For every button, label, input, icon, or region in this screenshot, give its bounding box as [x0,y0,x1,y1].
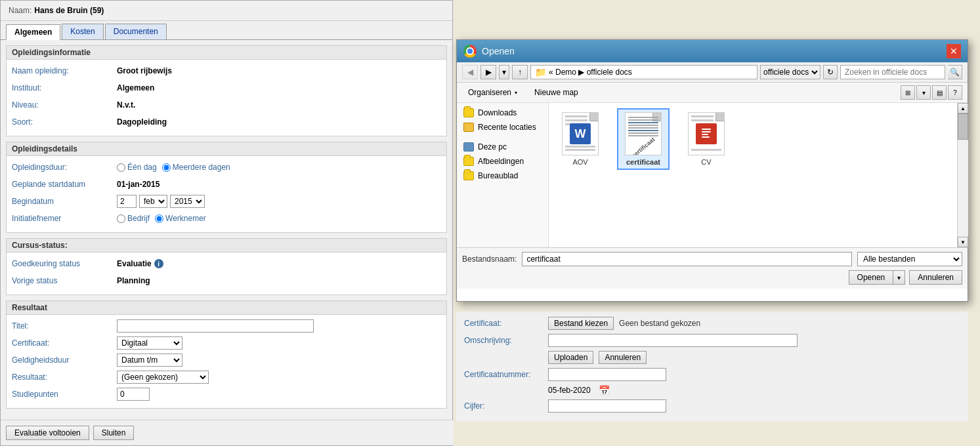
tab-kosten[interactable]: Kosten [62,24,103,39]
open-btn-arrow[interactable]: ▾ [893,270,905,285]
address-path-text: « Demo ▶ officiele docs [549,68,632,77]
nav-item-afbeeldingen[interactable]: Afbeeldingen [457,154,548,169]
select-certificaat[interactable]: Digitaal [117,336,182,350]
annuleren-button[interactable]: Annuleren [599,351,647,364]
section-body-resultaat: Titel: Certificaat: Digitaal Geldigheids… [7,315,446,408]
svg-rect-3 [702,136,710,138]
file-name-aov: AOV [572,158,587,166]
search-button[interactable]: 🔍 [948,65,962,79]
label-certificaat-type: Certificaat: [12,338,117,348]
dialog-nav: Downloads Recente locaties Deze pc Afbee… [457,103,549,247]
field-geldigheidsduur: Geldigheidsduur Datum t/m [12,353,441,367]
radio-duur: Één dag Meerdere dagen [117,163,230,172]
view-btn-pane[interactable]: ▤ [932,85,947,100]
scroll-up-arrow[interactable]: ▲ [958,103,968,113]
open-btn-group: Openen ▾ [849,270,906,285]
organiseren-chevron: ▾ [515,90,517,96]
nav-dropdown-button[interactable]: ▾ [499,65,509,79]
label-vorige-status: Vorige status [12,276,117,285]
section-opleidingsinformatie: Opleidingsinformatie Naam opleiding: Gro… [6,45,447,136]
refresh-button[interactable]: ↻ [823,65,838,79]
begindatum-day-input[interactable] [117,195,137,208]
select-resultaat[interactable]: (Geen gekozen) [117,371,209,384]
dialog-filename-row: Bestandsnaam: Alle bestanden [462,252,962,266]
dialog-scrollbar[interactable]: ▲ ▼ [957,103,968,247]
rf-label-cijfer: Cijfer: [464,401,543,411]
radio-bedrijf[interactable]: Bedrijf [117,214,150,223]
file-item-cv[interactable]: CV [680,108,733,170]
cv-badge [696,123,717,144]
view-buttons: ⊞ ▾ ▤ ? [901,85,962,100]
nav-item-downloads[interactable]: Downloads [457,106,548,120]
search-input[interactable] [840,65,945,79]
upload-button[interactable]: Uploaden [548,351,593,364]
dialog-addressbar: ◀ ▶ ▾ ↑ 📁 « Demo ▶ officiele docs offici… [457,62,968,83]
nieuwe-map-button[interactable]: Nieuwe map [528,86,584,99]
open-button[interactable]: Openen [849,270,894,285]
radio-meerdere-dagen[interactable]: Meerdere dagen [162,163,230,172]
section-title-resultaat: Resultaat [7,301,446,315]
cancel-button[interactable]: Annuleren [909,270,962,285]
radio-initiatiefnemer: Bedrijf Werknemer [117,214,206,223]
evaluatie-voltooien-button[interactable]: Evaluatie voltooien [6,426,89,440]
nav-back-button[interactable]: ◀ [462,65,478,79]
scroll-track: ▲ ▼ [958,103,968,247]
radio-meerdere-dagen-input[interactable] [162,163,171,172]
label-studiepunten: Studiepunten [12,390,117,399]
input-cijfer[interactable] [548,399,666,413]
begindatum-month-select[interactable]: feb [139,195,167,208]
nav-up-button[interactable]: ↑ [512,65,528,79]
filetype-select[interactable]: Alle bestanden [857,252,962,266]
person-name: Hans de Bruin (59) [34,6,104,15]
radio-een-dag[interactable]: Één dag [117,163,157,172]
scroll-thumb[interactable] [958,113,968,140]
field-studiepunten: Studiepunten [12,387,441,401]
value-soort: Dagopleiding [117,117,167,127]
recente-folder-icon [463,123,474,132]
filename-input[interactable] [522,252,852,266]
radio-werknemer[interactable]: Werknemer [155,214,206,223]
tab-algemeen[interactable]: Algemeen [6,24,60,40]
tab-documenten[interactable]: Documenten [105,24,167,39]
begindatum-year-select[interactable]: 2015 [170,195,205,208]
calendar-icon[interactable]: 📅 [599,385,610,395]
file-item-certificaat[interactable]: certificaat certificaat [617,108,670,170]
field-geplande-startdatum: Geplande startdatum 01-jan-2015 [12,177,441,192]
date-value: 05-feb-2020 [548,386,591,395]
file-name-certificaat: certificaat [626,158,660,166]
input-titel[interactable] [117,319,314,333]
nav-item-recente[interactable]: Recente locaties [457,120,548,134]
nav-label-recente: Recente locaties [478,123,536,132]
rf-label-certificaat: Certificaat: [464,319,543,328]
word-badge: W [570,123,591,144]
input-studiepunten[interactable] [117,388,150,401]
rf-row-certificaatnummer: Certificaatnummer: [464,368,960,381]
dialog-close-button[interactable]: ✕ [947,44,961,58]
radio-werknemer-input[interactable] [155,214,163,223]
scroll-down-arrow[interactable]: ▼ [958,237,968,247]
dialog-title-text: Openen [482,46,515,56]
sluiten-button[interactable]: Sluiten [93,426,135,440]
name-label: Naam: [9,6,32,15]
field-vorige-status: Vorige status Planning [12,274,441,288]
address-dropdown[interactable]: officiele docs [760,65,820,79]
choose-file-button[interactable]: Bestand kiezen [548,317,614,330]
file-item-aov[interactable]: W AOV [554,108,607,170]
view-btn-help[interactable]: ? [948,85,962,100]
input-omschrijving[interactable] [548,334,798,347]
view-btn-grid[interactable]: ⊞ [901,85,915,100]
svg-rect-1 [702,131,711,132]
input-certificaatnummer[interactable] [548,368,666,381]
dialog-body: Downloads Recente locaties Deze pc Afbee… [457,103,968,247]
address-bar[interactable]: 📁 « Demo ▶ officiele docs [530,65,757,79]
nav-item-deze-pc[interactable]: Deze pc [457,140,548,154]
field-duur: Opleidingsduur: Één dag Meerdere dagen [12,160,441,174]
nav-item-bureaublad[interactable]: Bureaublad [457,169,548,183]
view-btn-dropdown[interactable]: ▾ [916,85,931,100]
select-geldigheidsduur[interactable]: Datum t/m [117,354,182,367]
nav-forward-button[interactable]: ▶ [480,65,496,79]
info-icon[interactable]: i [154,259,163,268]
organiseren-button[interactable]: Organiseren ▾ [462,86,523,99]
radio-bedrijf-input[interactable] [117,214,125,223]
radio-een-dag-input[interactable] [117,163,125,172]
